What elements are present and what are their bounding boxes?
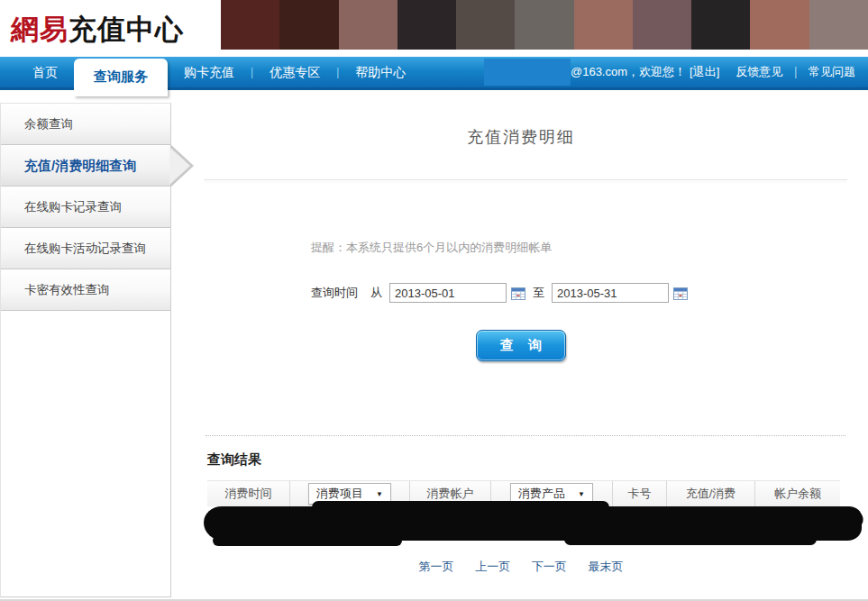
header-banner-image xyxy=(221,0,868,50)
column-header-recharge-consume: 充值/消费 xyxy=(667,481,755,506)
chevron-down-icon: ▼ xyxy=(376,490,383,498)
sidebar-menu: 余额查询 充值/消费明细查询 在线购卡记录查询 在线购卡活动记录查询 卡密有效性… xyxy=(0,103,171,597)
column-header-card-number: 卡号 xyxy=(613,481,667,506)
main-nav: 首页 查询服务 购卡充值 | 优惠专区 | 帮助中心 @163.com，欢迎您！… xyxy=(0,57,868,90)
redaction-stroke xyxy=(312,501,609,514)
nav-item-buy-card-recharge[interactable]: 购卡充值 xyxy=(168,57,251,87)
query-time-label: 查询时间 xyxy=(311,285,358,301)
logout-link[interactable]: [退出] xyxy=(690,64,719,80)
nav-item-query-services-active-tab[interactable]: 查询服务 xyxy=(74,59,168,96)
logo-suffix-text: 充值中心 xyxy=(69,14,184,45)
redaction-stroke xyxy=(213,535,402,546)
banner-color-block xyxy=(574,0,633,50)
pagination-next-page[interactable]: 下一页 xyxy=(532,560,567,573)
date-range-form: 查询时间 从 至 xyxy=(311,283,868,303)
results-heading: 查询结果 xyxy=(207,451,868,469)
column-header-account-balance: 帐户余额 xyxy=(755,481,840,506)
banner-color-block xyxy=(809,0,868,50)
banner-color-block xyxy=(633,0,691,50)
date-from-input[interactable] xyxy=(389,283,507,303)
pagination-prev-page[interactable]: 上一页 xyxy=(475,560,510,573)
from-label: 从 xyxy=(370,285,382,301)
nav-item-home[interactable]: 首页 xyxy=(16,57,74,87)
banner-color-block xyxy=(279,0,338,50)
logo-brand-text: 網易 xyxy=(11,14,69,45)
banner-color-block xyxy=(339,0,397,50)
banner-color-block xyxy=(456,0,515,50)
pagination: 第一页 上一页 下一页 最末页 xyxy=(171,559,868,575)
nav-item-help-center[interactable]: 帮助中心 xyxy=(339,57,422,87)
nav-item-discount-zone[interactable]: 优惠专区 xyxy=(253,57,336,87)
chevron-down-icon: ▼ xyxy=(578,490,585,498)
calendar-icon[interactable] xyxy=(511,287,525,300)
calendar-icon[interactable] xyxy=(673,287,688,300)
table-data-redaction xyxy=(204,506,868,548)
content-area: 余额查询 充值/消费明细查询 在线购卡记录查询 在线购卡活动记录查询 卡密有效性… xyxy=(0,90,868,599)
recharge-center-page: 網易充值中心 首页 查询服务 购卡充值 | 优惠专区 | 帮助中心 @163.c… xyxy=(0,0,868,601)
consume-item-select-value: 消费项目 xyxy=(316,486,363,502)
banner-color-block xyxy=(750,0,809,50)
banner-color-block xyxy=(397,0,456,50)
redaction-stroke xyxy=(564,533,817,545)
title-divider xyxy=(204,179,847,180)
to-label: 至 xyxy=(533,285,544,301)
submit-row: 查 询 xyxy=(171,330,868,361)
header: 網易充值中心 xyxy=(0,0,868,57)
username-redaction-box xyxy=(484,59,571,86)
sidebar-item-online-card-activity-records[interactable]: 在线购卡活动记录查询 xyxy=(1,228,170,269)
feedback-link[interactable]: 反馈意见 xyxy=(736,64,782,80)
consume-product-select-value: 消费产品 xyxy=(518,486,565,502)
date-to-input[interactable] xyxy=(552,283,669,303)
page-title: 充值消费明细 xyxy=(171,126,868,148)
main-panel: 充值消费明细 提醒：本系统只提供6个月以内的消费明细帐单 查询时间 从 xyxy=(171,90,868,599)
banner-color-block xyxy=(221,0,279,50)
user-email-suffix: @163.com，欢迎您！ xyxy=(571,64,686,80)
banner-color-block xyxy=(515,0,573,50)
faq-link[interactable]: 常见问题 xyxy=(809,64,855,80)
sidebar-item-online-card-purchase-records[interactable]: 在线购卡记录查询 xyxy=(1,187,170,228)
banner-color-block xyxy=(691,0,750,50)
sidebar-item-balance-query[interactable]: 余额查询 xyxy=(1,104,170,145)
section-dotted-divider xyxy=(206,435,845,436)
pagination-first-page[interactable]: 第一页 xyxy=(419,560,454,573)
sidebar-item-recharge-detail-query-active[interactable]: 充值/消费明细查询 xyxy=(1,145,170,187)
netease-logo: 網易充值中心 xyxy=(0,0,221,49)
sidebar-item-card-validity-query[interactable]: 卡密有效性查询 xyxy=(1,269,170,311)
query-submit-button[interactable]: 查 询 xyxy=(476,330,566,361)
column-header-consume-time: 消费时间 xyxy=(207,481,290,506)
nav-user-area: @163.com，欢迎您！ [退出] 反馈意见 ｜ 常见问题 xyxy=(484,57,868,87)
system-notice-text: 提醒：本系统只提供6个月以内的消费明细帐单 xyxy=(311,240,868,256)
pagination-last-page[interactable]: 最末页 xyxy=(588,560,623,573)
nav-right-separator: ｜ xyxy=(790,64,801,80)
